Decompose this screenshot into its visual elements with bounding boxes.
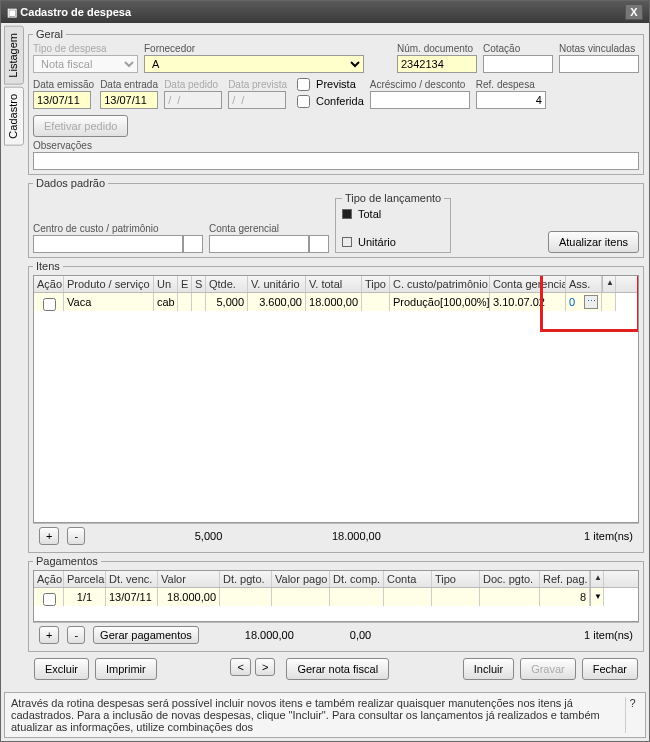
tab-listagem[interactable]: Listagem xyxy=(4,26,24,85)
label-numdoc: Núm. documento xyxy=(397,43,477,54)
pcell-docpgto xyxy=(480,588,540,606)
pcell-tipo xyxy=(432,588,480,606)
chk-prevista[interactable] xyxy=(297,78,310,91)
pcell-conta xyxy=(384,588,432,606)
pfoot-pago: 0,00 xyxy=(350,629,371,641)
label-tipolanc: Tipo de lançamento xyxy=(342,192,444,204)
chk-conferida[interactable] xyxy=(297,95,310,108)
btn-fechar[interactable]: Fechar xyxy=(582,658,638,680)
btn-gerarnota[interactable]: Gerar nota fiscal xyxy=(286,658,389,680)
pag-row[interactable]: 1/1 13/07/11 18.000,00 8 ▼ xyxy=(34,588,638,606)
fieldset-padrao: Dados padrão Centro de custo / patrimôni… xyxy=(28,177,644,258)
pcell-valpago xyxy=(272,588,330,606)
pcol-comp[interactable]: Dt. comp. xyxy=(330,571,384,587)
pcol-valor[interactable]: Valor xyxy=(158,571,220,587)
col-vtotal[interactable]: V. total xyxy=(306,276,362,292)
item-chk[interactable] xyxy=(43,298,56,311)
foot-qtde: 5,000 xyxy=(195,530,223,542)
input-centro[interactable] xyxy=(33,235,183,253)
btn-pag-remove[interactable]: - xyxy=(67,626,85,644)
pcol-tipo[interactable]: Tipo xyxy=(432,571,480,587)
input-acresc[interactable] xyxy=(370,91,470,109)
cell-tipo xyxy=(362,293,390,311)
ass-lookup-button[interactable]: ⋯ xyxy=(584,295,598,309)
select-tipo[interactable]: Nota fiscal xyxy=(33,55,138,73)
col-ass[interactable]: Ass. xyxy=(566,276,602,292)
input-conta-aux[interactable] xyxy=(309,235,329,253)
input-centro-aux[interactable] xyxy=(183,235,203,253)
input-numdoc[interactable] xyxy=(397,55,477,73)
btn-atualizar[interactable]: Atualizar itens xyxy=(548,231,639,253)
input-cotacao[interactable] xyxy=(483,55,553,73)
pcol-docpgto[interactable]: Doc. pgto. xyxy=(480,571,540,587)
pcol-pgto[interactable]: Dt. pgto. xyxy=(220,571,272,587)
col-qtde[interactable]: Qtde. xyxy=(206,276,248,292)
pcol-scroll-dn[interactable]: ▼ xyxy=(590,588,604,606)
col-s[interactable]: S xyxy=(192,276,206,292)
input-emissao[interactable] xyxy=(33,91,91,109)
foot-count: 1 item(ns) xyxy=(584,530,633,542)
hint-help-icon[interactable]: ? xyxy=(625,697,639,733)
col-cger[interactable]: Conta gerencial xyxy=(490,276,566,292)
label-prevista: Data prevista xyxy=(228,79,287,90)
btn-excluir[interactable]: Excluir xyxy=(34,658,89,680)
pcol-parcela[interactable]: Parcela xyxy=(64,571,106,587)
pcell-valor: 18.000,00 xyxy=(158,588,220,606)
item-row[interactable]: Vaca cab 5,000 3.600,00 18.000,00 Produç… xyxy=(34,293,638,311)
col-acao[interactable]: Ação xyxy=(34,276,64,292)
btn-gerar-pag[interactable]: Gerar pagamentos xyxy=(93,626,199,644)
pfoot-valor: 18.000,00 xyxy=(245,629,294,641)
btn-next[interactable]: > xyxy=(255,658,275,676)
input-notas[interactable] xyxy=(559,55,639,73)
input-obs[interactable] xyxy=(33,152,639,170)
cell-e xyxy=(178,293,192,311)
btn-imprimir[interactable]: Imprimir xyxy=(95,658,157,680)
pag-chk[interactable] xyxy=(43,593,56,606)
col-e[interactable]: E xyxy=(178,276,192,292)
radio-unitario[interactable]: Unitário xyxy=(342,234,444,250)
btn-prev[interactable]: < xyxy=(230,658,250,676)
btn-pag-add[interactable]: + xyxy=(39,626,59,644)
btn-incluir[interactable]: Incluir xyxy=(463,658,514,680)
btn-gravar: Gravar xyxy=(520,658,576,680)
label-obs: Observações xyxy=(33,140,639,151)
input-entrada[interactable] xyxy=(100,91,158,109)
col-prod[interactable]: Produto / serviço xyxy=(64,276,154,292)
cell-s xyxy=(192,293,206,311)
pcol-scroll-up[interactable]: ▲ xyxy=(590,571,604,587)
btn-item-remove[interactable]: - xyxy=(67,527,85,545)
window-title: Cadastro de despesa xyxy=(20,6,131,18)
cell-vtotal: 18.000,00 xyxy=(306,293,362,311)
pcol-venc[interactable]: Dt. venc. xyxy=(106,571,158,587)
chk-prevista-label: Prevista xyxy=(316,78,356,90)
input-conta[interactable] xyxy=(209,235,309,253)
col-un[interactable]: Un xyxy=(154,276,178,292)
pcol-conta[interactable]: Conta xyxy=(384,571,432,587)
col-ccusto[interactable]: C. custo/patrimônio xyxy=(390,276,490,292)
label-conta: Conta gerencial xyxy=(209,223,329,234)
pcell-venc: 13/07/11 xyxy=(106,588,158,606)
cell-vunit: 3.600,00 xyxy=(248,293,306,311)
btn-efetivar: Efetivar pedido xyxy=(33,115,128,137)
pcell-comp xyxy=(330,588,384,606)
label-refdesp: Ref. despesa xyxy=(476,79,546,90)
radio-total[interactable]: Total xyxy=(342,206,444,222)
label-centro: Centro de custo / patrimônio xyxy=(33,223,203,234)
btn-item-add[interactable]: + xyxy=(39,527,59,545)
pcell-parcela: 1/1 xyxy=(64,588,106,606)
col-vunit[interactable]: V. unitário xyxy=(248,276,306,292)
col-scroll-up[interactable]: ▲ xyxy=(602,276,616,292)
tab-cadastro[interactable]: Cadastro xyxy=(4,87,24,146)
close-button[interactable]: X xyxy=(625,4,643,20)
pcol-valpago[interactable]: Valor pago xyxy=(272,571,330,587)
window-icon: ▣ xyxy=(7,6,17,19)
pcell-refpag: 8 xyxy=(540,588,590,606)
legend-itens: Itens xyxy=(33,260,63,272)
col-tipo[interactable]: Tipo xyxy=(362,276,390,292)
pcell-pgto xyxy=(220,588,272,606)
input-refdesp[interactable] xyxy=(476,91,546,109)
pcol-refpag[interactable]: Ref. pag. xyxy=(540,571,590,587)
select-fornecedor[interactable]: A xyxy=(144,55,364,73)
cell-ass[interactable]: 0 ⋯ xyxy=(566,293,602,311)
pcol-acao[interactable]: Ação xyxy=(34,571,64,587)
